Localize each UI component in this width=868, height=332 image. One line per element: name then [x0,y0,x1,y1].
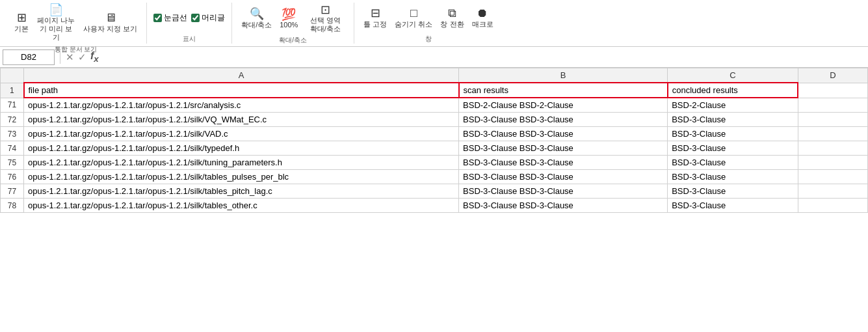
cell-d-empty[interactable] [798,156,867,170]
freeze-icon: ⊟ [371,7,380,19]
cell-d-empty[interactable] [798,83,867,98]
formula-bar-separator [60,51,60,64]
selection-zoom-icon: ⊡ [321,4,330,16]
gridlines-checkbox[interactable] [153,14,162,22]
cell-d-empty[interactable] [798,98,867,113]
basic-view-icon: ⊞ [17,12,27,23]
cell-concluded-results[interactable]: BSD-3-Clause [668,127,798,141]
data-row: 73opus-1.2.1.tar.gz/opus-1.2.1.tar/opus-… [1,127,868,141]
ribbon-btn-switch-window-label: 창 전환 [440,20,464,29]
cell-d-empty[interactable] [798,113,867,127]
zoom-icon: 🔍 [250,8,264,20]
confirm-icon[interactable]: ✓ [78,51,86,63]
data-table: A B C D 1file pathscan resultsconcluded … [0,68,868,213]
headings-checkbox-item[interactable]: 머리글 [191,12,225,23]
formula-input[interactable] [101,49,865,65]
gridlines-checkbox-item[interactable]: 눈금선 [153,12,187,23]
ribbon-btn-freeze[interactable]: ⊟ 틀 고정 [361,6,389,31]
cell-scan-results[interactable]: BSD-3-Clause BSD-3-Clause [459,170,668,184]
cell-file-path[interactable]: opus-1.2.1.tar.gz/opus-1.2.1.tar/opus-1.… [24,113,459,127]
cell-scan-results[interactable]: BSD-3-Clause BSD-3-Clause [459,127,668,141]
ribbon-group-display: 눈금선 머리글 표시 [147,3,232,44]
window-buttons: ⊟ 틀 고정 □ 숨기기 취소 ⧉ 창 전환 ⏺ 매크로 [361,3,495,33]
ribbon-btn-100[interactable]: 💯 100% [277,7,300,30]
header-cell-file-path[interactable]: file path [24,83,459,98]
ribbon-btn-custom-view[interactable]: 🖥 사용자 지정 보기 [81,10,140,35]
row-number: 78 [1,199,24,213]
ribbon-group-display-label: 표시 [183,33,196,44]
ribbon-btn-macro-label: 매크로 [472,20,493,29]
data-row: 72opus-1.2.1.tar.gz/opus-1.2.1.tar/opus-… [1,113,868,127]
data-row: 76opus-1.2.1.tar.gz/opus-1.2.1.tar/opus-… [1,170,868,184]
macro-icon: ⏺ [477,7,488,19]
cell-concluded-results[interactable]: BSD-3-Clause [668,199,798,213]
cell-concluded-results[interactable]: BSD-2-Clause [668,98,798,113]
cell-d-empty[interactable] [798,141,867,156]
col-header-c[interactable]: C [668,68,798,83]
cell-file-path[interactable]: opus-1.2.1.tar.gz/opus-1.2.1.tar/opus-1.… [24,98,459,113]
cell-scan-results[interactable]: BSD-3-Clause BSD-3-Clause [459,184,668,199]
row-number: 73 [1,127,24,141]
function-icon[interactable]: fx [90,50,99,64]
ribbon-group-zoom-label: 확대/축소 [279,35,307,45]
ribbon-btn-switch-window[interactable]: ⧉ 창 전환 [438,6,466,31]
spreadsheet[interactable]: A B C D 1file pathscan resultsconcluded … [0,68,868,332]
cell-d-empty[interactable] [798,127,867,141]
cell-scan-results[interactable]: BSD-3-Clause BSD-3-Clause [459,156,668,170]
cell-file-path[interactable]: opus-1.2.1.tar.gz/opus-1.2.1.tar/opus-1.… [24,170,459,184]
cell-file-path[interactable]: opus-1.2.1.tar.gz/opus-1.2.1.tar/opus-1.… [24,199,459,213]
row-number: 74 [1,141,24,156]
zoom-buttons: 🔍 확대/축소 💯 100% ⊡ 선택 영역 확대/축소 [239,3,347,35]
ribbon-btn-freeze-label: 틀 고정 [363,20,387,29]
gridlines-label: 눈금선 [164,12,187,23]
ribbon-btn-100-label: 100% [280,21,298,29]
ribbon-btn-macro[interactable]: ⏺ 매크로 [469,6,496,31]
ribbon-btn-selection-zoom[interactable]: ⊡ 선택 영역 확대/축소 [303,3,347,35]
ribbon-btn-zoom-label: 확대/축소 [241,20,272,30]
cancel-icon[interactable]: ✕ [66,51,74,63]
row-number: 72 [1,113,24,127]
header-cell-concluded-results[interactable]: concluded results [668,83,798,98]
headings-checkbox[interactable] [191,14,200,22]
col-header-a[interactable]: A [24,68,459,83]
switch-window-icon: ⧉ [448,7,456,19]
data-row: 75opus-1.2.1.tar.gz/opus-1.2.1.tar/opus-… [1,156,868,170]
cell-file-path[interactable]: opus-1.2.1.tar.gz/opus-1.2.1.tar/opus-1.… [24,156,459,170]
cell-scan-results[interactable]: BSD-3-Clause BSD-3-Clause [459,113,668,127]
ribbon-btn-unhide[interactable]: □ 숨기기 취소 [392,6,435,31]
ribbon-btn-zoom[interactable]: 🔍 확대/축소 [239,7,274,31]
ribbon-btn-basic[interactable]: ⊞ 기본 [12,10,31,35]
row-number: 76 [1,170,24,184]
cell-d-empty[interactable] [798,170,867,184]
data-row: 78opus-1.2.1.tar.gz/opus-1.2.1.tar/opus-… [1,199,868,213]
cell-d-empty[interactable] [798,184,867,199]
row-number: 75 [1,156,24,170]
cell-concluded-results[interactable]: BSD-3-Clause [668,184,798,199]
cell-concluded-results[interactable]: BSD-3-Clause [668,113,798,127]
cell-scan-results[interactable]: BSD-2-Clause BSD-2-Clause [459,98,668,113]
cell-concluded-results[interactable]: BSD-3-Clause [668,156,798,170]
cell-file-path[interactable]: opus-1.2.1.tar.gz/opus-1.2.1.tar/opus-1.… [24,184,459,199]
header-cell-scan-results[interactable]: scan results [459,83,668,98]
column-header-row: A B C D [1,68,868,83]
cell-d-empty[interactable] [798,199,867,213]
ribbon-btn-unhide-label: 숨기기 취소 [395,20,432,29]
zoom-100-icon: 💯 [282,8,296,20]
cell-file-path[interactable]: opus-1.2.1.tar.gz/opus-1.2.1.tar/opus-1.… [24,141,459,156]
ribbon-btn-page-break-label: 페이지 나누기 미리 보기 [36,16,75,42]
formula-bar-icons: ✕ ✓ fx [66,50,99,64]
page-break-icon: 📄 [49,4,63,16]
cell-concluded-results[interactable]: BSD-3-Clause [668,141,798,156]
ribbon-group-zoom: 🔍 확대/축소 💯 100% ⊡ 선택 영역 확대/축소 확대/축소 [232,3,354,44]
cell-scan-results[interactable]: BSD-3-Clause BSD-3-Clause [459,141,668,156]
cell-file-path[interactable]: opus-1.2.1.tar.gz/opus-1.2.1.tar/opus-1.… [24,127,459,141]
ribbon-btn-basic-label: 기본 [14,24,29,34]
data-row: 71opus-1.2.1.tar.gz/opus-1.2.1.tar/opus-… [1,98,868,113]
cell-scan-results[interactable]: BSD-3-Clause BSD-3-Clause [459,199,668,213]
data-row: 74opus-1.2.1.tar.gz/opus-1.2.1.tar/opus-… [1,141,868,156]
cell-concluded-results[interactable]: BSD-3-Clause [668,170,798,184]
ribbon-btn-page-break[interactable]: 📄 페이지 나누기 미리 보기 [34,3,78,44]
col-header-d[interactable]: D [798,68,867,83]
cell-reference-box[interactable] [3,49,55,65]
col-header-b[interactable]: B [459,68,668,83]
